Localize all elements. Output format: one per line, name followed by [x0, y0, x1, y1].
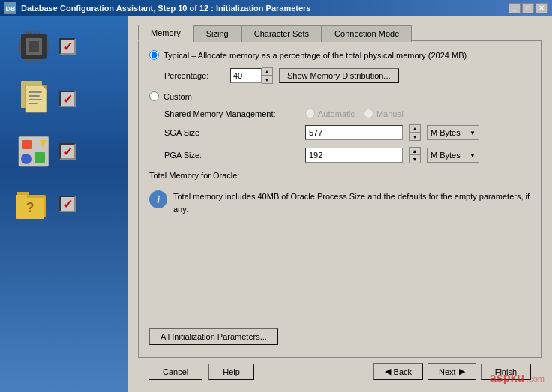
svg-rect-12: [46, 50, 50, 52]
sga-spin-buttons: ▲ ▼: [409, 124, 421, 141]
total-memory-label: Total Memory for Oracle:: [149, 171, 530, 180]
pga-spin-up[interactable]: ▲: [410, 148, 420, 155]
main-container: ✓ ✓: [0, 16, 552, 392]
minimize-button[interactable]: _: [508, 3, 520, 13]
svg-rect-4: [28, 41, 39, 52]
pga-unit-arrow: ▼: [470, 152, 476, 159]
svg-rect-9: [46, 39, 50, 41]
title-bar: DB Database Configuration Assistant, Ste…: [0, 0, 552, 16]
svg-rect-10: [46, 43, 50, 45]
finish-button[interactable]: Finish: [481, 364, 531, 380]
pga-spin-buttons: ▲ ▼: [409, 147, 421, 163]
tab-memory[interactable]: Memory: [138, 25, 194, 41]
automatic-radio-item: Automatic: [305, 109, 355, 118]
svg-rect-20: [38, 59, 40, 62]
pga-spin-down[interactable]: ▼: [410, 155, 420, 163]
title-text: Database Configuration Assistant, Step 1…: [21, 4, 311, 13]
maximize-button[interactable]: □: [522, 3, 534, 13]
svg-rect-24: [28, 91, 42, 93]
tabs-row: Memory Sizing Character Sets Connection …: [138, 24, 542, 40]
next-button[interactable]: Next ▶: [428, 363, 476, 380]
custom-option-row: Custom: [149, 91, 530, 101]
content-area: Memory Sizing Character Sets Connection …: [128, 16, 552, 392]
pga-input[interactable]: 192: [305, 148, 403, 163]
sidebar-check-4: ✓: [59, 196, 76, 212]
sidebar-item-3: ✓: [11, 129, 116, 174]
sga-input[interactable]: 577: [305, 125, 403, 140]
svg-rect-5: [18, 39, 21, 41]
svg-rect-8: [18, 50, 21, 52]
back-arrow-icon: ◀: [385, 367, 391, 376]
sga-size-row: SGA Size 577 ▲ ▼ M Bytes ▼: [164, 124, 530, 141]
close-button[interactable]: ✕: [536, 3, 548, 13]
typical-radio[interactable]: [149, 50, 159, 60]
sidebar-check-2: ✓: [59, 91, 76, 107]
sga-unit-arrow: ▼: [470, 130, 476, 136]
svg-rect-11: [46, 46, 50, 49]
pga-size-row: PGA Size: 192 ▲ ▼ M Bytes ▼: [164, 147, 530, 163]
sidebar-chip-icon: [14, 27, 53, 66]
help-button[interactable]: Help: [208, 364, 254, 380]
bottom-bar: Cancel Help ◀ Back Next ▶ Finish: [138, 358, 542, 385]
svg-rect-27: [28, 103, 38, 104]
manual-label: Manual: [376, 109, 404, 118]
percentage-spin-down[interactable]: ▼: [262, 76, 272, 83]
cancel-button[interactable]: Cancel: [148, 364, 202, 380]
typical-option-row: Typical – Allocate memory as a percentag…: [149, 50, 530, 60]
svg-rect-17: [26, 59, 28, 62]
custom-label: Custom: [164, 92, 192, 101]
info-text: Total memory includes 40MB of Oracle Pro…: [173, 190, 530, 215]
svg-rect-6: [18, 43, 21, 45]
svg-rect-29: [22, 140, 32, 149]
pga-label: PGA Size:: [164, 151, 299, 160]
shared-memory-row: Shared Memory Management: Automatic Manu…: [164, 109, 530, 118]
window-controls: _ □ ✕: [508, 3, 548, 13]
svg-rect-16: [38, 31, 40, 34]
svg-rect-15: [34, 31, 36, 34]
show-memory-distribution-button[interactable]: Show Memory Distribution...: [279, 68, 399, 83]
manual-radio[interactable]: [364, 109, 374, 118]
svg-rect-13: [26, 31, 28, 34]
sidebar-item-1: ✓: [11, 24, 116, 69]
info-icon: i: [149, 190, 167, 208]
custom-radio[interactable]: [149, 91, 159, 101]
back-button[interactable]: ◀ Back: [374, 363, 423, 380]
info-box: i Total memory includes 40MB of Oracle P…: [149, 187, 530, 218]
tab-character-sets[interactable]: Character Sets: [242, 25, 322, 42]
svg-point-31: [21, 154, 32, 164]
tab-connection-mode[interactable]: Connection Mode: [322, 25, 412, 42]
percentage-row: Percentage: 40 ▲ ▼ Show Memory Distribut…: [149, 67, 530, 84]
sidebar-check-1: ✓: [59, 38, 76, 55]
percentage-spin-up[interactable]: ▲: [262, 68, 272, 76]
percentage-spinner: 40 ▲ ▼: [230, 67, 273, 84]
shared-memory-label: Shared Memory Management:: [164, 109, 299, 118]
svg-rect-25: [28, 95, 40, 97]
sidebar-shapes-icon: [14, 132, 53, 171]
pga-unit-select[interactable]: M Bytes ▼: [427, 148, 479, 163]
sidebar: ✓ ✓: [0, 16, 128, 392]
sidebar-item-2: ✓: [11, 76, 116, 121]
automatic-label: Automatic: [318, 109, 355, 118]
tab-sizing[interactable]: Sizing: [194, 25, 242, 42]
automatic-radio[interactable]: [305, 109, 315, 118]
typical-label: Typical – Allocate memory as a percentag…: [164, 51, 466, 60]
sidebar-folder-icon: ?: [14, 184, 53, 223]
custom-fields: Shared Memory Management: Automatic Manu…: [149, 109, 530, 163]
sga-spin-up[interactable]: ▲: [410, 125, 420, 133]
percentage-input[interactable]: 40: [230, 68, 262, 83]
sga-label: SGA Size: [164, 128, 299, 137]
sidebar-check-3: ✓: [59, 143, 76, 160]
shared-memory-radio-group: Automatic Manual: [305, 109, 404, 118]
percentage-spin-buttons: ▲ ▼: [262, 67, 273, 84]
next-arrow-icon: ▶: [459, 367, 465, 376]
svg-text:?: ?: [26, 200, 34, 215]
svg-text:DB: DB: [6, 5, 16, 13]
sidebar-item-4: ? ✓: [11, 181, 116, 226]
sga-unit-select[interactable]: M Bytes ▼: [427, 125, 479, 140]
svg-rect-7: [18, 46, 21, 49]
sga-spin-down[interactable]: ▼: [410, 133, 420, 140]
svg-rect-36: [16, 195, 27, 199]
all-initialization-parameters-button[interactable]: All Initialization Parameters...: [149, 328, 278, 345]
svg-rect-19: [34, 59, 36, 62]
svg-rect-14: [30, 31, 32, 34]
